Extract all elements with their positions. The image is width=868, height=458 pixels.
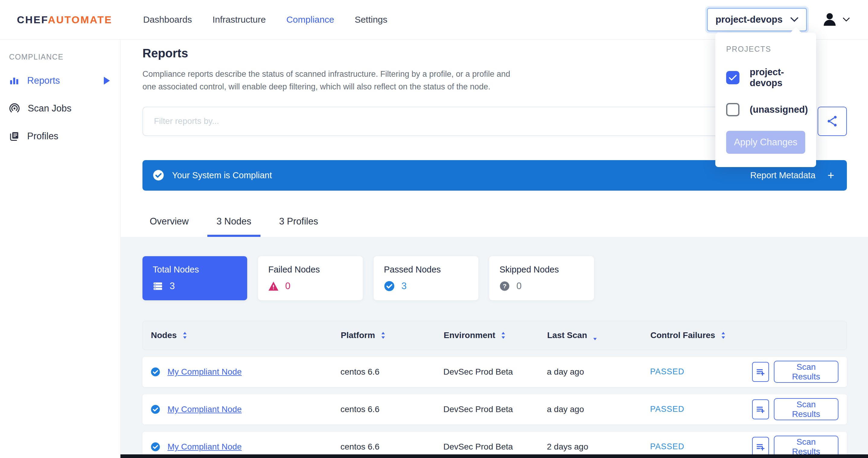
card-value: 3 — [169, 281, 175, 291]
checkbox-unchecked-icon[interactable] — [726, 103, 739, 116]
environment-cell: DevSec Prod Beta — [443, 367, 547, 377]
nav-infrastructure[interactable]: Infrastructure — [213, 15, 266, 25]
column-header-nodes[interactable]: Nodes — [151, 331, 341, 340]
node-cell: My Compliant Node — [151, 367, 340, 377]
table-row: My Compliant Node centos 6.6 DevSec Prod… — [143, 357, 847, 387]
nav-settings[interactable]: Settings — [354, 15, 387, 25]
column-label: Nodes — [151, 331, 177, 340]
nodes-table: Nodes Platform Environment Last Scan — [143, 321, 847, 454]
card-count: ? 0 — [499, 281, 594, 291]
logo-automate: AUTOMATE — [48, 14, 113, 25]
scan-results-button[interactable]: Scan Results — [774, 436, 838, 454]
card-count: 3 — [384, 281, 478, 291]
card-passed-nodes[interactable]: Passed Nodes 3 — [374, 256, 478, 300]
card-value: 0 — [517, 281, 522, 291]
sort-desc-icon[interactable] — [592, 333, 597, 341]
top-bar-right: project-devops — [707, 8, 850, 31]
sort-icon[interactable] — [380, 332, 386, 339]
tab-overview[interactable]: Overview — [150, 216, 189, 237]
column-label: Control Failures — [650, 331, 715, 340]
page-description: Compliance reports describe the status o… — [143, 68, 526, 93]
report-metadata-label: Report Metadata — [750, 170, 815, 180]
platform-cell: centos 6.6 — [340, 404, 443, 414]
warning-triangle-icon — [268, 281, 279, 291]
add-filter-button[interactable] — [752, 437, 769, 454]
svg-text:?: ? — [503, 283, 507, 289]
table-row: My Compliant Node centos 6.6 DevSec Prod… — [143, 394, 847, 425]
nav-dashboards[interactable]: Dashboards — [143, 15, 192, 25]
check-circle-icon — [153, 170, 164, 181]
project-option-devops[interactable]: project-devops — [726, 67, 805, 88]
sidebar-item-profiles[interactable]: Profiles — [9, 131, 120, 142]
tab-profiles[interactable]: 3 Profiles — [279, 216, 318, 237]
chef-automate-logo[interactable]: CHEFAUTOMATE — [17, 14, 112, 26]
card-total-nodes[interactable]: Total Nodes 3 — [143, 256, 247, 300]
scan-results-button[interactable]: Scan Results — [774, 361, 838, 383]
sidebar-item-label: Profiles — [27, 131, 58, 142]
chef-automate-app: CHEFAUTOMATE Dashboards Infrastructure C… — [0, 0, 868, 458]
share-button[interactable] — [817, 107, 847, 136]
column-header-platform[interactable]: Platform — [341, 331, 444, 340]
last-scan-cell: a day ago — [547, 404, 650, 414]
column-header-environment[interactable]: Environment — [444, 331, 547, 340]
card-count: 0 — [268, 281, 363, 291]
sidebar-section-label: COMPLIANCE — [9, 53, 120, 61]
column-header-last-scan[interactable]: Last Scan — [547, 330, 650, 341]
sidebar-item-reports[interactable]: Reports — [9, 75, 120, 86]
platform-cell: centos 6.6 — [340, 442, 443, 452]
sidebar-item-scan-jobs[interactable]: Scan Jobs — [9, 103, 120, 114]
user-avatar-icon — [822, 11, 838, 28]
table-header: Nodes Platform Environment Last Scan — [143, 321, 847, 350]
profiles-icon — [9, 131, 19, 141]
card-title: Skipped Nodes — [499, 265, 594, 275]
expand-arrow-icon[interactable] — [104, 77, 110, 85]
project-option-unassigned[interactable]: (unassigned) — [726, 103, 805, 116]
check-circle-icon — [384, 281, 395, 291]
add-filter-button[interactable] — [752, 399, 769, 419]
nodes-section: Total Nodes 3 Failed Nodes 0 — [121, 237, 868, 454]
plus-icon: + — [828, 170, 834, 181]
scan-results-button[interactable]: Scan Results — [774, 398, 838, 420]
radar-icon — [9, 103, 20, 114]
project-option-label: project-devops — [750, 67, 805, 88]
horizontal-scrollbar[interactable] — [120, 454, 868, 458]
sidebar-item-label: Scan Jobs — [28, 103, 71, 114]
column-header-control-failures[interactable]: Control Failures — [650, 331, 752, 340]
projects-popup-title: PROJECTS — [726, 45, 805, 54]
report-tabs: Overview 3 Nodes 3 Profiles — [143, 216, 847, 237]
card-title: Passed Nodes — [384, 265, 478, 275]
banner-status-text: Your System is Compliant — [172, 170, 272, 180]
sort-icon[interactable] — [501, 332, 506, 339]
node-link[interactable]: My Compliant Node — [167, 442, 242, 452]
server-stack-icon — [153, 281, 163, 291]
sort-icon[interactable] — [182, 332, 187, 339]
check-circle-icon — [151, 404, 160, 414]
card-skipped-nodes[interactable]: Skipped Nodes ? 0 — [489, 256, 594, 300]
chevron-down-icon — [843, 18, 850, 22]
project-selector[interactable]: project-devops — [707, 8, 807, 31]
bar-chart-icon — [9, 76, 19, 86]
checkbox-checked-icon[interactable] — [726, 71, 739, 84]
nav-compliance[interactable]: Compliance — [286, 15, 334, 25]
environment-cell: DevSec Prod Beta — [443, 404, 547, 414]
node-link[interactable]: My Compliant Node — [167, 367, 242, 377]
platform-cell: centos 6.6 — [340, 367, 443, 377]
apply-changes-button[interactable]: Apply Changes — [726, 131, 805, 154]
row-actions: Scan Results — [752, 361, 838, 383]
column-label: Platform — [341, 331, 375, 340]
tab-nodes[interactable]: 3 Nodes — [207, 216, 260, 237]
projects-popup: PROJECTS project-devops (unassigned) App… — [715, 33, 816, 167]
node-cell: My Compliant Node — [151, 404, 340, 414]
add-filter-button[interactable] — [752, 362, 769, 382]
card-failed-nodes[interactable]: Failed Nodes 0 — [258, 256, 363, 300]
check-circle-icon — [151, 367, 160, 377]
status-badge: PASSED — [650, 367, 752, 376]
user-menu[interactable] — [822, 11, 850, 28]
table-row: My Compliant Node centos 6.6 DevSec Prod… — [143, 432, 847, 454]
node-link[interactable]: My Compliant Node — [167, 404, 242, 414]
playlist-add-icon — [755, 404, 766, 414]
sidebar-item-label: Reports — [27, 75, 60, 86]
sort-icon[interactable] — [721, 332, 726, 339]
filter-reports-input[interactable] — [143, 107, 779, 135]
report-metadata-toggle[interactable]: Report Metadata + — [750, 170, 834, 181]
